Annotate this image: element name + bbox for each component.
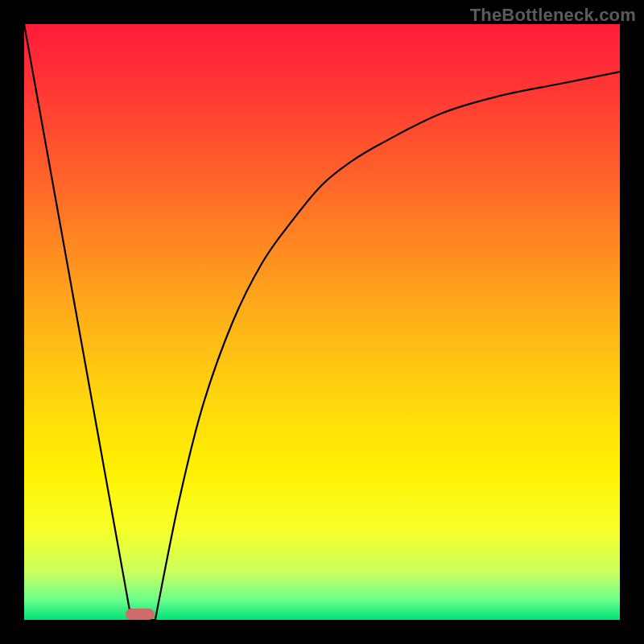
watermark-text: TheBottleneck.com	[470, 5, 636, 26]
plot-area	[24, 24, 620, 620]
bottleneck-curve	[24, 24, 620, 620]
bottleneck-marker	[126, 609, 155, 620]
chart-frame: TheBottleneck.com	[0, 0, 644, 644]
